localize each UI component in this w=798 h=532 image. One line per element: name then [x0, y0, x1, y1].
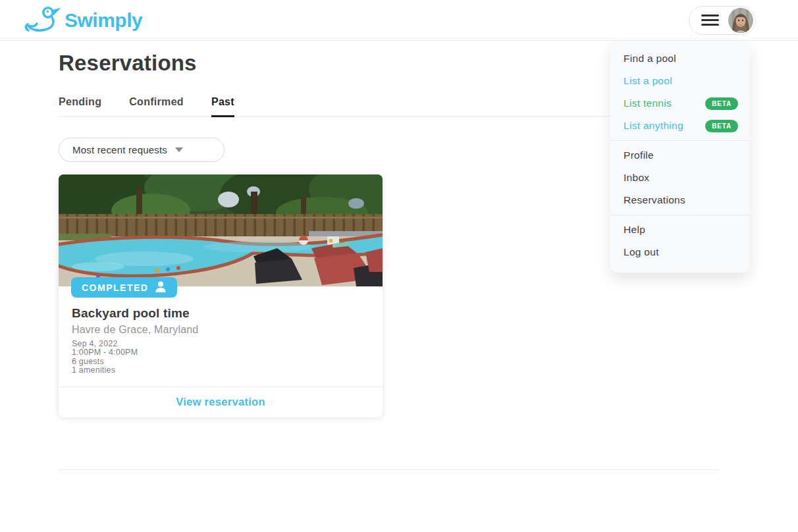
- chevron-down-icon: [175, 147, 183, 152]
- menu-item-log-out[interactable]: Log out: [610, 241, 750, 263]
- menu-item-profile[interactable]: Profile: [610, 144, 750, 167]
- beta-badge: BETA: [705, 120, 738, 132]
- menu-item-inbox[interactable]: Inbox: [610, 167, 750, 189]
- reservation-time: 1:00PM - 4:00PM: [72, 348, 369, 357]
- reservation-title: Backyard pool time: [72, 306, 369, 321]
- duck-logo-icon: [24, 4, 61, 37]
- hamburger-icon: [701, 14, 719, 26]
- tab-pending[interactable]: Pending: [59, 96, 101, 117]
- menu-item-list-anything[interactable]: List anything BETA: [610, 115, 750, 137]
- user-avatar: [728, 8, 753, 33]
- sort-dropdown[interactable]: Most recent requests: [59, 138, 225, 162]
- menu-divider: [610, 215, 750, 215]
- brand-wordmark: Swimply: [65, 9, 142, 32]
- menu-section-support: Help Log out: [610, 217, 750, 265]
- menu-item-list-a-pool[interactable]: List a pool: [610, 70, 750, 92]
- content-divider: [59, 469, 720, 470]
- menu-section-listings: Find a pool List a pool List tennis BETA…: [610, 46, 750, 138]
- reservation-card-body: Backyard pool time Havre de Grace, Maryl…: [59, 286, 383, 386]
- reservation-guests: 6 guests: [72, 358, 369, 366]
- menu-item-list-tennis[interactable]: List tennis BETA: [610, 92, 750, 115]
- menu-item-find-a-pool[interactable]: Find a pool: [610, 47, 750, 70]
- reservation-amenities: 1 amenities: [72, 366, 369, 375]
- swimply-logo[interactable]: Swimply: [24, 4, 142, 37]
- account-dropdown-menu: Find a pool List a pool List tennis BETA…: [610, 41, 750, 273]
- view-reservation-button[interactable]: View reservation: [59, 386, 383, 417]
- account-menu-button[interactable]: [689, 6, 756, 35]
- menu-divider: [610, 140, 750, 141]
- status-badge: COMPLETED: [71, 277, 177, 298]
- sort-dropdown-value: Most recent requests: [72, 144, 167, 155]
- menu-item-help[interactable]: Help: [610, 219, 750, 241]
- reservation-date: Sep 4, 2022: [72, 340, 369, 348]
- app-header: Swimply: [0, 0, 798, 41]
- tab-confirmed[interactable]: Confirmed: [129, 96, 184, 117]
- person-icon: [155, 281, 167, 294]
- view-reservation-label: View reservation: [176, 396, 265, 408]
- pool-photo: [59, 174, 383, 286]
- menu-item-reservations[interactable]: Reservations: [610, 189, 750, 211]
- menu-section-account: Profile Inbox Reservations: [610, 143, 750, 213]
- beta-badge: BETA: [705, 97, 738, 110]
- status-label: COMPLETED: [82, 282, 148, 293]
- reservation-location: Havre de Grace, Maryland: [72, 324, 369, 336]
- reservation-card[interactable]: COMPLETED Backyard pool time Havre de Gr…: [59, 174, 383, 417]
- tab-past[interactable]: Past: [211, 96, 234, 117]
